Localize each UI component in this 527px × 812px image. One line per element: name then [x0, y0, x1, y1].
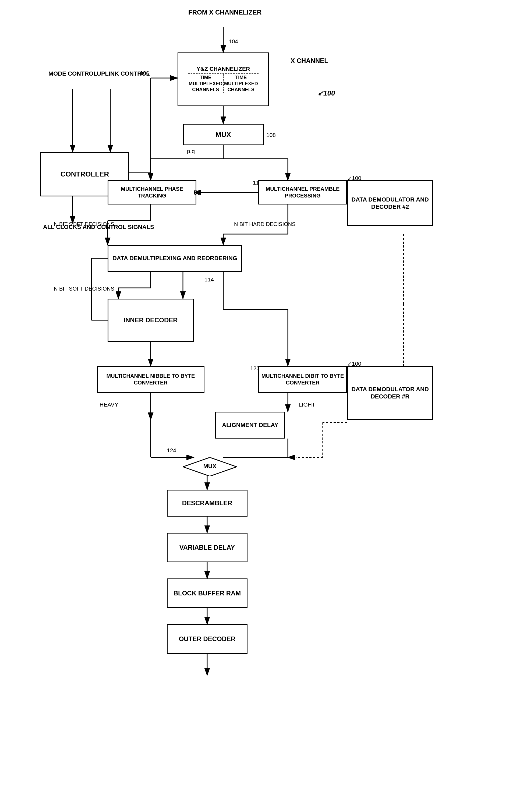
- ref-108: 108: [266, 131, 276, 139]
- alignment-delay-label: ALIGNMENT DELAY: [222, 421, 278, 429]
- mux-bottom-container: MUX: [183, 458, 237, 476]
- dibit-to-byte-box: MULTICHANNEL DIBIT TO BYTE CONVERTER: [258, 366, 347, 393]
- yz-time-mux-right: TIMEMULTIPLEXEDCHANNELS: [223, 74, 259, 93]
- variable-delay-label: VARIABLE DELAY: [179, 543, 235, 552]
- n-bit-soft1-label: N BIT SOFT DECISIONS: [54, 221, 114, 228]
- inner-decoder-label: INNER DECODER: [123, 316, 178, 324]
- theta0-label: θ₀: [194, 188, 200, 197]
- mode-control-label: MODE CONTROL: [48, 70, 97, 78]
- inner-decoder-box: INNER DECODER: [107, 299, 194, 342]
- yz-time-mux-left: TIMEMULTIPLEXEDCHANNELS: [188, 74, 223, 93]
- data-demodr-box: DATA DEMODULATOR AND DECODER #R: [347, 366, 433, 420]
- multichannel-phase-box: MULTICHANNEL PHASE TRACKING: [107, 180, 196, 204]
- multichannel-preamble-box: MULTICHANNEL PREAMBLE PROCESSING: [258, 180, 347, 204]
- multichannel-phase-label: MULTICHANNEL PHASE TRACKING: [110, 186, 194, 199]
- ref-114: 114: [204, 276, 214, 283]
- heavy-label: HEAVY: [100, 401, 118, 408]
- data-demod2-box: DATA DEMODULATOR AND DECODER #2: [347, 180, 433, 226]
- mux-top-box: MUX: [183, 124, 264, 145]
- variable-delay-box: VARIABLE DELAY: [167, 533, 248, 562]
- alignment-delay-box: ALIGNMENT DELAY: [215, 412, 285, 438]
- dibit-to-byte-label: MULTICHANNEL DIBIT TO BYTE CONVERTER: [261, 373, 345, 386]
- svg-text:MUX: MUX: [203, 463, 217, 469]
- data-demod2-label: DATA DEMODULATOR AND DECODER #2: [349, 196, 431, 211]
- block-buffer-label: BLOCK BUFFER RAM: [174, 589, 241, 597]
- ref-104: 104: [229, 38, 238, 45]
- pq-label: p,q: [187, 147, 195, 155]
- yz-channelizer-title: Y&Z CHANNELIZER: [188, 66, 258, 72]
- from-x-channelizer-label: FROM X CHANNELIZER: [188, 8, 262, 16]
- controller-label: CONTROLLER: [60, 170, 109, 179]
- outer-decoder-label: OUTER DECODER: [179, 635, 236, 643]
- outer-decoder-box: OUTER DECODER: [167, 624, 248, 654]
- nibble-to-byte-box: MULTICHANNEL NIBBLE TO BYTE CONVERTER: [97, 366, 204, 393]
- multichannel-preamble-label: MULTICHANNEL PREAMBLE PROCESSING: [261, 186, 345, 199]
- descrambler-box: DESCRAMBLER: [167, 490, 248, 517]
- n-bit-soft2-label: N BIT SOFT DECISIONS: [54, 285, 114, 292]
- mux-top-label: MUX: [216, 130, 231, 139]
- descrambler-label: DESCRAMBLER: [182, 499, 232, 507]
- nibble-to-byte-label: MULTICHANNEL NIBBLE TO BYTE CONVERTER: [99, 373, 202, 386]
- block-buffer-box: BLOCK BUFFER RAM: [167, 578, 248, 608]
- ref-100-main: ↙100: [318, 89, 335, 98]
- uplink-control-label: UPLINK CONTROL: [97, 70, 150, 78]
- ref-124: 124: [167, 447, 176, 454]
- data-demux-label: DATA DEMULTIPLEXING AND REORDERING: [113, 255, 237, 262]
- x-channel-label: X CHANNEL: [291, 57, 328, 65]
- yz-channelizer-box: Y&Z CHANNELIZER TIMEMULTIPLEXEDCHANNELS …: [178, 53, 269, 106]
- light-label: LIGHT: [298, 401, 315, 408]
- data-demux-box: DATA DEMULTIPLEXING AND REORDERING: [107, 245, 242, 272]
- n-bit-hard-label: N BIT HARD DECISIONS: [234, 221, 296, 228]
- data-demodr-label: DATA DEMODULATOR AND DECODER #R: [349, 386, 431, 400]
